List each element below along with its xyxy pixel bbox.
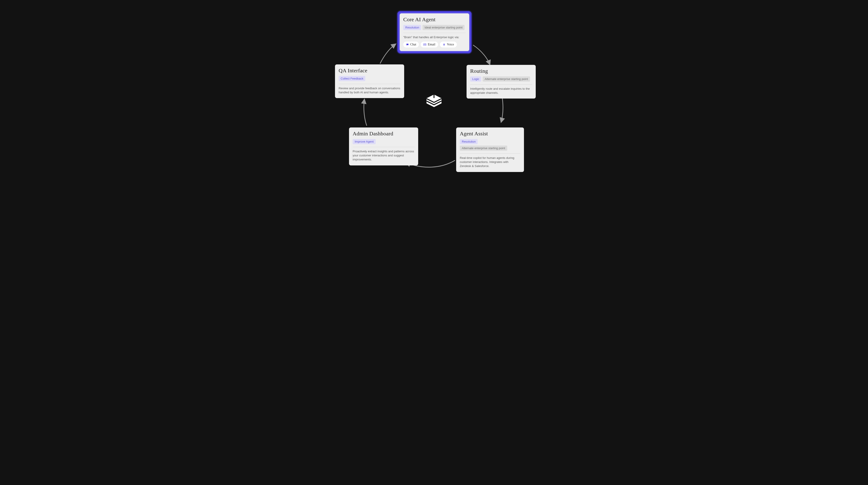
diagram-stage: Core AI Agent Resolution Ideal enterpris… — [270, 0, 598, 185]
tag-starting-point: Ideal enterprise starting point — [423, 25, 465, 30]
card-title: Admin Dashboard — [352, 131, 414, 137]
card-title: QA Interface — [339, 68, 401, 74]
tag-resolution: Resolution — [403, 25, 421, 30]
card-description: "Brain" that handles all Enterprise logi… — [403, 35, 466, 39]
tag-collect-feedback: Collect Feedback — [339, 76, 365, 81]
node-core-ai-agent: Core AI Agent Resolution Ideal enterpris… — [397, 11, 471, 53]
channel-chip-voice: Voice — [440, 41, 457, 47]
card-description: Intelligently route and escalate inquiri… — [470, 87, 532, 95]
email-icon — [423, 43, 426, 46]
card-description: Proactively extract insights and pattern… — [352, 150, 414, 162]
tag-logic: Logic — [470, 76, 481, 82]
tag-starting-point: Alternate enterprise starting point — [460, 146, 507, 151]
tag-starting-point: Alternate enterprise starting point — [483, 76, 530, 82]
node-admin-dashboard: Admin Dashboard Improve Agent Proactivel… — [349, 127, 418, 165]
mic-icon — [442, 43, 445, 46]
chip-label: Email — [428, 43, 435, 46]
divider — [470, 84, 532, 85]
card-title: Agent Assist — [460, 131, 520, 137]
divider — [403, 33, 466, 33]
card-description: Real-time copilot for human agents durin… — [460, 156, 520, 168]
divider — [352, 147, 414, 147]
node-agent-assist: Agent Assist Resolution Alternate enterp… — [456, 127, 524, 172]
svg-rect-0 — [444, 43, 444, 45]
node-qa-interface: QA Interface Collect Feedback Review and… — [335, 64, 404, 98]
channel-chip-email: Email — [421, 41, 438, 47]
node-routing: Routing Logic Alternate enterprise start… — [467, 65, 536, 99]
card-title: Core AI Agent — [403, 17, 466, 23]
divider — [339, 84, 401, 84]
tag-improve-agent: Improve Agent — [352, 139, 376, 144]
channel-chip-chat: Chat — [403, 41, 419, 47]
brand-logo-icon — [424, 93, 444, 109]
card-title: Routing — [470, 68, 532, 74]
chip-label: Voice — [447, 43, 454, 46]
chip-label: Chat — [410, 43, 416, 46]
card-description: Review and provide feedback on conversat… — [339, 86, 401, 94]
tag-resolution: Resolution — [460, 139, 477, 144]
chat-icon — [406, 43, 409, 46]
